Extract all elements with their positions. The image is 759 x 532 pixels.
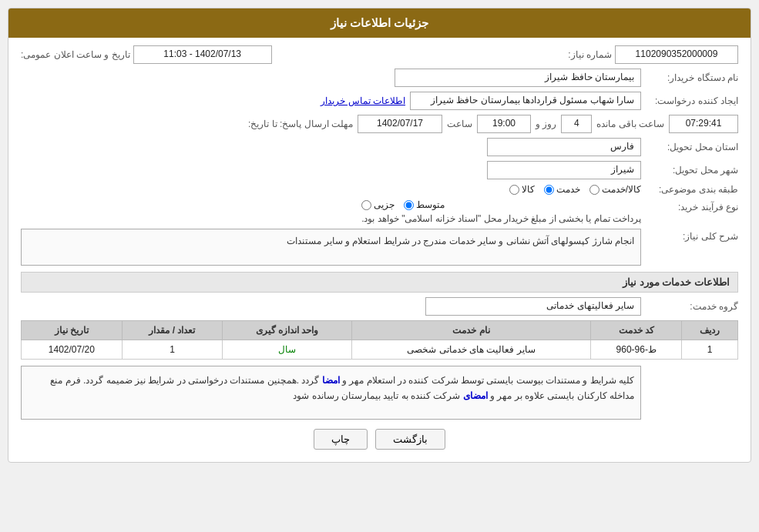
col-header-unit: واحد اندازه گیری — [223, 321, 351, 340]
reply-remaining-label: ساعت باقی مانده — [596, 119, 664, 129]
need-desc-label: شرح کلی نیاز: — [646, 231, 738, 242]
purchase-jozi-label: جزیی — [374, 199, 395, 210]
contact-link[interactable]: اطلاعات تماس خریدار — [321, 95, 405, 106]
category-khedmat-label: خدمت — [556, 184, 580, 195]
creator-label: ایجاد کننده درخواست: — [646, 95, 738, 106]
reply-days: 4 — [561, 115, 592, 133]
category-radio-kala-khedmat[interactable]: کالا/خدمت — [589, 184, 641, 195]
province-label: استان محل تحویل: — [646, 142, 738, 152]
buyer-org-value: بیمارستان حافظ شیراز — [395, 69, 641, 87]
need-number-label: شماره نیاز: — [568, 49, 612, 60]
reply-time-label: ساعت — [447, 119, 472, 129]
category-label: طبقه بندی موضوعی: — [646, 184, 738, 195]
need-desc-value: انجام شارژ کپسولهای آتش نشانی و سایر خدم… — [287, 236, 634, 246]
province-value: فارس — [487, 138, 641, 156]
col-header-quantity: تعداد / مقدار — [122, 321, 223, 340]
table-cell-5: 1402/07/20 — [22, 340, 123, 360]
purchase-radio-jozi[interactable]: جزیی — [361, 199, 395, 210]
announce-date-label: تاریخ و ساعت اعلان عمومی: — [21, 49, 130, 60]
category-kala-input[interactable] — [509, 185, 519, 195]
back-button[interactable]: بازگشت — [375, 429, 445, 450]
reply-remaining: 07:29:41 — [669, 115, 738, 133]
purchase-jozi-input[interactable] — [361, 200, 371, 210]
table-cell-3: سال — [223, 340, 351, 360]
category-radio-kala[interactable]: کالا — [509, 184, 535, 195]
highlight-text: امضای — [463, 390, 488, 401]
purchase-type-radio-group: جزیی متوسط — [361, 199, 641, 210]
buyer-org-label: نام دستگاه خریدار: — [646, 72, 738, 83]
col-header-rownum: ردیف — [682, 321, 738, 340]
table-cell-0: 1 — [682, 340, 738, 360]
services-section-title: اطلاعات خدمات مورد نیاز — [21, 272, 738, 293]
city-label: شهر محل تحویل: — [646, 165, 738, 176]
action-buttons: بازگشت چاپ — [21, 429, 738, 450]
reply-time: 19:00 — [477, 115, 531, 133]
reply-deadline-label: مهلت ارسال پاسخ: تا تاریخ: — [248, 119, 353, 129]
services-table: ردیف کد خدمت نام خدمت واحد اندازه گیری ت… — [21, 320, 738, 360]
need-desc-box: انجام شارژ کپسولهای آتش نشانی و سایر خدم… — [21, 229, 641, 266]
category-radio-khedmat[interactable]: خدمت — [544, 184, 580, 195]
page-header: جزئیات اطلاعات نیاز — [8, 8, 751, 38]
need-number-value: 1102090352000009 — [615, 45, 738, 64]
reply-date: 1402/07/17 — [358, 115, 442, 133]
category-kala-khedmat-label: کالا/خدمت — [602, 184, 641, 195]
table-cell-2: سایر فعالیت های خدماتی شخصی — [351, 340, 591, 360]
category-kala-label: کالا — [522, 184, 535, 195]
announce-date-value: 1402/07/13 - 11:03 — [133, 45, 272, 64]
service-group-value: سایر فعالیتهای خدماتی — [425, 297, 641, 316]
reply-days-label: روز و — [536, 119, 556, 129]
col-header-need-date: تاریخ نیاز — [22, 321, 123, 340]
city-value: شیراز — [487, 161, 641, 179]
col-header-service-code: کد خدمت — [591, 321, 682, 340]
col-header-service-name: نام خدمت — [351, 321, 591, 340]
table-cell-1: ط-96-960 — [591, 340, 682, 360]
highlight-text: امضا — [322, 375, 340, 386]
purchase-note: پرداخت تمام یا بخشی از مبلغ خریدار محل "… — [361, 213, 641, 224]
category-kala-khedmat-input[interactable] — [589, 185, 599, 195]
purchase-radio-motavasset[interactable]: متوسط — [404, 199, 445, 210]
purchase-type-label: نوع فرآیند خرید: — [646, 202, 738, 212]
purchase-motavasset-input[interactable] — [404, 200, 414, 210]
service-group-label: گروه خدمت: — [646, 301, 738, 312]
table-cell-4: 1 — [122, 340, 223, 360]
purchase-motavasset-label: متوسط — [416, 199, 445, 210]
print-button[interactable]: چاپ — [314, 429, 368, 450]
buyer-notes-box: کلیه شرایط و مستندات بیوست بایستی توسط ش… — [21, 366, 641, 420]
page-title: جزئیات اطلاعات نیاز — [331, 16, 428, 29]
category-khedmat-input[interactable] — [544, 185, 554, 195]
creator-value: سارا شهاب مسئول قراردادها بیمارستان حافظ… — [410, 92, 641, 110]
buyer-notes-text: کلیه شرایط و مستندات بیوست بایستی توسط ش… — [50, 375, 634, 401]
table-row: 1ط-96-960سایر فعالیت های خدماتی شخصیسال1… — [22, 340, 738, 360]
category-radio-group: کالا خدمت کالا/خدمت — [509, 184, 641, 195]
